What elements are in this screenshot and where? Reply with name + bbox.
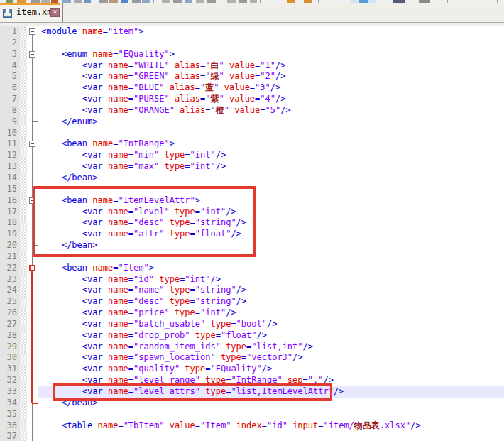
code-line-3[interactable]: 3 <enum name="EQuality"> [0,49,504,60]
fold-toggle[interactable] [27,263,38,274]
code-token: "batch_usable" [133,319,205,329]
code-text[interactable]: <var name="BLUE" alias="蓝" value="3"/> [38,82,504,94]
fold-margin [27,38,38,49]
code-text[interactable]: <enum name="EQuality"> [38,49,504,60]
code-line-21[interactable]: 21 [0,251,504,263]
code-text[interactable]: <var name="max" type="int"/> [38,161,504,173]
code-text[interactable]: <var name="batch_usable" type="bool"/> [38,319,504,330]
tab-item-xml[interactable]: item.xml ✕ [0,3,63,22]
code-line-31[interactable]: 31 <var name="quality" type="EQuality"/> [0,364,504,375]
code-token: name [108,307,128,317]
code-line-22[interactable]: 22 <bean name="Item"> [0,263,504,274]
code-token: /> [410,420,420,430]
code-token: name [108,342,128,352]
code-line-23[interactable]: 23 <var name="id" type="int"/> [0,274,504,285]
code-line-36[interactable]: 36 <table name="TbItem" value="Item" ind… [0,420,504,432]
code-text[interactable]: </enum> [38,116,504,128]
code-line-20[interactable]: 20 </bean> [0,240,504,251]
code-text[interactable]: <var name="drop_prob" type="float"/> [38,330,504,342]
code-line-35[interactable]: 35 [0,409,504,420]
fold-toggle[interactable] [27,26,38,38]
code-line-28[interactable]: 28 <var name="drop_prob" type="float"/> [0,330,504,342]
code-text[interactable]: <var name="name" type="string"/> [38,285,504,296]
code-line-29[interactable]: 29 <var name="random_item_ids" type="lis… [0,342,504,353]
code-text[interactable]: <var name="desc" type="string"/> [38,217,504,229]
code-line-15[interactable]: 15 [0,184,504,195]
fold-toggle[interactable] [27,195,38,207]
code-line-32[interactable]: 32 <var name="level_range" type="IntRang… [0,375,504,386]
code-text[interactable]: <var name="level" type="int"/> [38,207,504,218]
code-text[interactable]: </bean> [38,173,504,184]
code-token: 蓝 [205,82,214,92]
code-line-6[interactable]: 6 <var name="BLUE" alias="蓝" value="3"/> [0,82,504,94]
code-token [103,296,108,306]
code-token: /> [275,94,285,104]
code-line-27[interactable]: 27 <var name="batch_usable" type="bool"/… [0,319,504,330]
code-line-10[interactable]: 10 [0,128,504,139]
code-text[interactable]: <var name="WHITE" alias="白" value="1"/> [38,60,504,72]
code-line-16[interactable]: 16 <bean name="ItemLevelAttr"> [0,195,504,207]
code-text[interactable] [38,409,504,420]
code-token: <module [41,26,77,36]
code-line-11[interactable]: 11 <bean name="IntRange"> [0,138,504,150]
code-text[interactable]: <var name="price" type="int"/> [38,307,504,319]
bookmark-margin [20,116,27,128]
code-line-8[interactable]: 8 <var name="ORANGE" alias="橙" value="5"… [0,105,504,116]
code-line-26[interactable]: 26 <var name="price" type="int"/> [0,307,504,319]
code-line-19[interactable]: 19 <var name="attr" type="float"/> [0,229,504,240]
code-text[interactable]: <var name="level_range" type="IntRange" … [38,375,504,386]
code-text[interactable]: <var name="quality" type="EQuality"/> [38,364,504,375]
bookmark-margin [20,173,27,184]
code-text[interactable]: <var name="level_attrs" type="list,ItemL… [38,386,504,398]
code-text[interactable]: <table name="TbItem" value="Item" index=… [38,420,504,432]
code-line-37[interactable]: 37 [0,431,504,441]
code-line-2[interactable]: 2 [0,38,504,49]
code-text[interactable] [38,251,504,263]
code-text[interactable]: <var name="GREEN" alias="绿" value="2"/> [38,71,504,82]
code-token: /> [210,274,220,284]
code-line-5[interactable]: 5 <var name="GREEN" alias="绿" value="2"/… [0,71,504,82]
bookmark-margin [20,161,27,173]
code-line-25[interactable]: 25 <var name="desc" type="string"/> [0,296,504,307]
code-token [103,229,108,239]
code-text[interactable]: <var name="min" type="int"/> [38,150,504,161]
code-line-24[interactable]: 24 <var name="name" type="string"/> [0,285,504,296]
code-text[interactable]: <var name="spawn_location" type="vector3… [38,352,504,364]
code-text[interactable]: <var name="ORANGE" alias="橙" value="5"/> [38,105,504,116]
close-icon[interactable]: ✕ [50,8,60,17]
code-line-30[interactable]: 30 <var name="spawn_location" type="vect… [0,352,504,364]
code-text[interactable]: </bean> [38,240,504,251]
code-line-9[interactable]: 9 </enum> [0,116,504,128]
code-line-17[interactable]: 17 <var name="level" type="int"/> [0,207,504,218]
fold-toggle[interactable] [27,138,38,150]
code-token: " [219,71,224,81]
code-text[interactable]: <var name="desc" type="string"/> [38,296,504,307]
code-text[interactable]: <bean name="Item"> [38,263,504,274]
code-text[interactable]: <bean name="IntRange"> [38,138,504,150]
code-line-34[interactable]: 34 </bean> [0,398,504,409]
code-text[interactable]: <var name="random_item_ids" type="list,i… [38,342,504,353]
code-token: name [108,330,128,340]
code-text[interactable] [38,128,504,139]
code-text[interactable]: </bean> [38,398,504,409]
code-token [41,207,82,217]
code-line-7[interactable]: 7 <var name="PURSE" alias="紫" value="4"/… [0,94,504,105]
code-token: = [128,94,133,104]
fold-toggle[interactable] [27,49,38,60]
code-line-4[interactable]: 4 <var name="WHITE" alias="白" value="1"/… [0,60,504,72]
code-line-1[interactable]: 1<module name="item"> [0,26,504,38]
code-text[interactable] [38,184,504,195]
code-line-12[interactable]: 12 <var name="min" type="int"/> [0,150,504,161]
code-text[interactable]: <var name="PURSE" alias="紫" value="4"/> [38,94,504,105]
code-text[interactable]: <var name="attr" type="float"/> [38,229,504,240]
code-text[interactable]: <bean name="ItemLevelAttr"> [38,195,504,207]
code-line-33[interactable]: 33 <var name="level_attrs" type="list,It… [0,386,504,398]
code-text[interactable] [38,38,504,49]
code-line-18[interactable]: 18 <var name="desc" type="string"/> [0,217,504,229]
code-line-14[interactable]: 14 </bean> [0,173,504,184]
code-text[interactable]: <module name="item"> [38,26,504,38]
code-line-13[interactable]: 13 <var name="max" type="int"/> [0,161,504,173]
line-number: 20 [0,240,20,251]
code-text[interactable]: <var name="id" type="int"/> [38,274,504,285]
code-text[interactable] [38,431,504,441]
